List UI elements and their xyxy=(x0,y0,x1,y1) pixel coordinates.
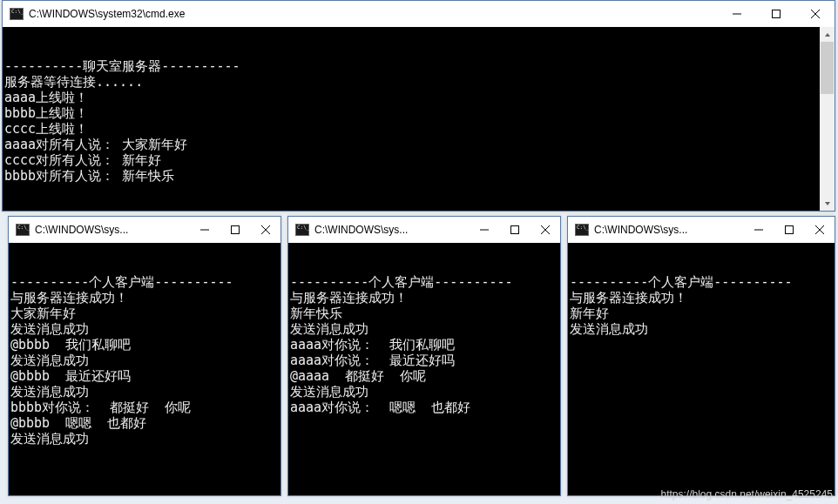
close-button[interactable] xyxy=(795,1,835,27)
maximize-button[interactable] xyxy=(774,217,804,243)
scroll-down-button[interactable] xyxy=(820,196,835,211)
cmd-window-client-1: C:\WINDOWS\sys... ----------个人客户端-------… xyxy=(8,216,281,496)
window-controls xyxy=(189,217,280,243)
window-title: C:\WINDOWS\system32\cmd.exe xyxy=(29,8,717,20)
terminal-lines: ----------个人客户端---------- 与服务器连接成功！ 大家新年… xyxy=(10,274,279,447)
svg-marker-4 xyxy=(825,33,830,37)
minimize-button[interactable] xyxy=(717,1,756,27)
titlebar[interactable]: C:\WINDOWS\sys... xyxy=(288,217,560,243)
watermark-text: https://blog.csdn.net/weixin_4525245 xyxy=(661,488,833,501)
window-controls xyxy=(717,1,835,27)
cmd-window-client-2: C:\WINDOWS\sys... ----------个人客户端-------… xyxy=(287,216,561,496)
scrollbar-thumb[interactable] xyxy=(821,42,834,94)
terminal-lines: ----------聊天室服务器---------- 服务器等待连接......… xyxy=(4,58,833,184)
terminal-output[interactable]: ----------聊天室服务器---------- 服务器等待连接......… xyxy=(3,27,835,211)
close-button[interactable] xyxy=(250,217,280,243)
window-controls xyxy=(743,217,835,243)
window-title: C:\WINDOWS\sys... xyxy=(314,224,469,236)
scrollbar[interactable] xyxy=(820,27,835,211)
window-controls xyxy=(469,217,560,243)
cmd-window-client-3: C:\WINDOWS\sys... ----------个人客户端-------… xyxy=(567,216,835,496)
maximize-button[interactable] xyxy=(499,217,530,243)
svg-rect-7 xyxy=(231,226,239,234)
maximize-button[interactable] xyxy=(220,217,250,243)
svg-rect-1 xyxy=(772,10,780,18)
titlebar[interactable]: C:\WINDOWS\sys... xyxy=(9,217,280,243)
terminal-lines: ----------个人客户端---------- 与服务器连接成功！ 新年快乐… xyxy=(290,274,558,415)
minimize-button[interactable] xyxy=(189,217,220,243)
minimize-button[interactable] xyxy=(469,217,499,243)
terminal-output[interactable]: ----------个人客户端---------- 与服务器连接成功！ 大家新年… xyxy=(9,243,280,495)
cmd-icon xyxy=(16,224,30,236)
svg-rect-11 xyxy=(510,226,518,234)
scroll-up-button[interactable] xyxy=(820,27,835,42)
terminal-output[interactable]: ----------个人客户端---------- 与服务器连接成功！ 新年好 … xyxy=(568,243,835,495)
terminal-lines: ----------个人客户端---------- 与服务器连接成功！ 新年好 … xyxy=(570,274,833,337)
cmd-icon xyxy=(10,8,24,20)
minimize-button[interactable] xyxy=(743,217,774,243)
titlebar[interactable]: C:\WINDOWS\sys... xyxy=(568,217,835,243)
cmd-window-server: C:\WINDOWS\system32\cmd.exe ----------聊天… xyxy=(2,0,835,212)
terminal-output[interactable]: ----------个人客户端---------- 与服务器连接成功！ 新年快乐… xyxy=(288,243,560,495)
cmd-icon xyxy=(575,224,589,236)
close-button[interactable] xyxy=(804,217,835,243)
window-title: C:\WINDOWS\sys... xyxy=(35,224,189,236)
svg-marker-5 xyxy=(825,202,830,205)
titlebar[interactable]: C:\WINDOWS\system32\cmd.exe xyxy=(3,1,835,27)
svg-rect-15 xyxy=(785,226,793,234)
window-title: C:\WINDOWS\sys... xyxy=(594,224,743,236)
close-button[interactable] xyxy=(530,217,560,243)
cmd-icon xyxy=(295,224,309,236)
maximize-button[interactable] xyxy=(756,1,795,27)
